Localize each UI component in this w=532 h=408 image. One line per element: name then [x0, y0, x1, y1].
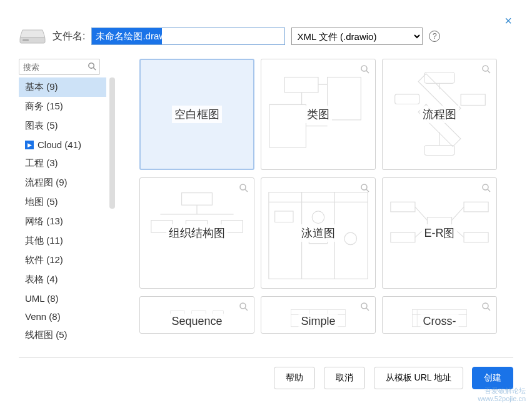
svg-line-68 [488, 308, 490, 311]
search-icon [88, 62, 97, 71]
filename-input[interactable] [91, 27, 285, 45]
template-card-3[interactable]: 组织结构图 [139, 177, 254, 289]
svg-line-57 [245, 308, 248, 311]
svg-line-45 [415, 207, 428, 220]
svg-line-39 [366, 189, 369, 192]
svg-rect-4 [284, 77, 318, 92]
sidebar: 基本 (9)商务 (15)图表 (5)▶Cloud (41)工程 (3)流程图 … [19, 59, 116, 343]
sidebar-item-label: 流程图 (9) [25, 177, 68, 189]
svg-rect-14 [395, 94, 419, 104]
close-icon[interactable]: × [504, 14, 512, 28]
template-card-6[interactable]: Sequence [139, 296, 254, 334]
svg-rect-22 [182, 193, 213, 206]
sidebar-item-label: 线框图 (5) [25, 329, 68, 341]
template-card-2[interactable]: 流程图 [382, 59, 497, 170]
template-card-7[interactable]: Simple [261, 296, 376, 334]
sidebar-item-9[interactable]: 软件 (12) [19, 251, 106, 270]
sidebar-item-6[interactable]: 地图 (5) [19, 192, 106, 212]
svg-line-47 [452, 207, 464, 220]
sidebar-item-13[interactable]: 线框图 (5) [19, 326, 106, 345]
svg-point-2 [89, 63, 94, 68]
help-button[interactable]: 帮助 [274, 367, 315, 389]
template-label: 泳道图 [299, 224, 338, 242]
filename-label: 文件名: [53, 30, 85, 43]
svg-rect-41 [391, 232, 415, 242]
template-card-0[interactable]: 空白框图 [139, 59, 254, 170]
svg-point-56 [240, 303, 246, 309]
cloud-play-icon: ▶ [25, 141, 34, 149]
sidebar-item-5[interactable]: 流程图 (9) [19, 173, 106, 192]
filetype-select[interactable]: XML 文件 (.drawio) [291, 27, 423, 45]
svg-line-11 [366, 71, 369, 73]
svg-rect-40 [391, 202, 415, 212]
help-icon[interactable]: ? [429, 31, 440, 42]
from-url-button[interactable]: 从模板 URL 地址 [374, 367, 463, 389]
svg-rect-34 [275, 211, 293, 222]
magnify-icon[interactable] [481, 64, 491, 74]
sidebar-item-label: 地图 (5) [25, 196, 58, 208]
svg-point-38 [361, 184, 367, 190]
sidebar-item-label: 基本 (9) [25, 81, 58, 93]
template-label: 类图 [304, 106, 332, 123]
header-row: 文件名: XML 文件 (.drawio) ? [19, 26, 513, 46]
magnify-icon[interactable] [360, 302, 370, 312]
template-card-5[interactable]: E-R图 [382, 177, 497, 289]
sidebar-item-label: 软件 (12) [25, 254, 63, 266]
template-label: 流程图 [420, 106, 459, 123]
magnify-icon[interactable] [360, 183, 370, 193]
svg-rect-43 [464, 232, 488, 242]
svg-rect-5 [328, 77, 361, 120]
svg-rect-12 [424, 72, 455, 84]
svg-point-62 [361, 303, 367, 309]
sidebar-item-2[interactable]: 图表 (5) [19, 116, 106, 136]
sidebar-item-1[interactable]: 商务 (15) [19, 97, 106, 116]
sidebar-item-label: 其他 (11) [25, 235, 63, 247]
magnify-icon[interactable] [239, 183, 249, 193]
sidebar-item-label: 工程 (3) [25, 157, 58, 169]
sidebar-item-8[interactable]: 其他 (11) [19, 231, 106, 251]
drive-icon [19, 26, 46, 46]
svg-line-29 [245, 189, 248, 192]
svg-point-67 [483, 303, 488, 309]
sidebar-item-4[interactable]: 工程 (3) [19, 154, 106, 173]
sidebar-item-12[interactable]: Venn (8) [19, 307, 106, 326]
sidebar-item-label: 图表 (5) [25, 120, 58, 132]
sidebar-item-11[interactable]: UML (8) [19, 289, 106, 307]
svg-point-49 [483, 184, 488, 190]
template-card-4[interactable]: 泳道图 [261, 177, 376, 289]
sidebar-item-label: 商务 (15) [25, 101, 63, 112]
svg-point-35 [312, 211, 324, 224]
sidebar-item-label: 网络 (13) [25, 216, 63, 227]
sidebar-item-label: UML (8) [25, 293, 59, 304]
template-label: 空白框图 [172, 106, 222, 123]
magnify-icon[interactable] [481, 183, 491, 193]
magnify-icon[interactable] [481, 302, 491, 312]
magnify-icon[interactable] [360, 64, 370, 74]
svg-line-21 [488, 71, 490, 73]
sidebar-item-0[interactable]: 基本 (9) [19, 77, 106, 97]
template-label: 组织结构图 [166, 224, 228, 242]
sidebar-scrollbar[interactable] [109, 77, 115, 209]
svg-line-3 [94, 68, 96, 71]
template-card-1[interactable]: 类图 [261, 59, 376, 170]
svg-point-37 [344, 232, 357, 245]
sidebar-item-10[interactable]: 表格 (4) [19, 270, 106, 289]
template-label: Simple [298, 314, 338, 329]
template-label: E-R图 [422, 224, 458, 242]
footer: 帮助 取消 从模板 URL 地址 创建 [19, 357, 513, 389]
template-label: Cross- [421, 314, 459, 329]
template-card-8[interactable]: Cross- [382, 296, 497, 334]
svg-point-10 [361, 66, 367, 71]
svg-point-20 [483, 66, 488, 71]
svg-rect-42 [464, 202, 488, 212]
sidebar-item-7[interactable]: 网络 (13) [19, 212, 106, 231]
cancel-button[interactable]: 取消 [324, 367, 365, 389]
svg-rect-17 [424, 146, 455, 156]
sidebar-item-3[interactable]: ▶Cloud (41) [19, 136, 106, 154]
template-label: Sequence [169, 314, 224, 329]
sidebar-item-label: Cloud (41) [38, 139, 81, 150]
templates-panel: 空白框图类图流程图组织结构图泳道图E-R图SequenceSimpleCross… [116, 59, 513, 343]
create-button[interactable]: 创建 [472, 367, 513, 389]
svg-rect-15 [461, 94, 485, 106]
magnify-icon[interactable] [239, 302, 249, 312]
